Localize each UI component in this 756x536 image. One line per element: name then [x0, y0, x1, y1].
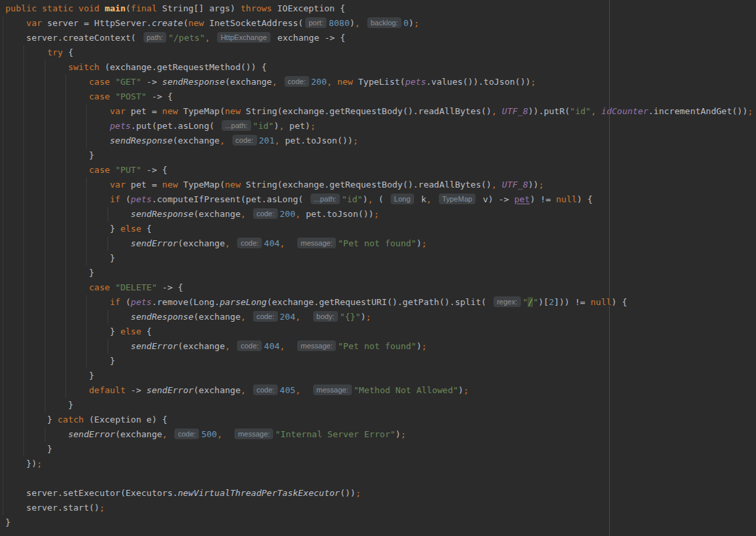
code-token: } [5, 268, 94, 278]
code-token: (exchange [194, 209, 240, 219]
code-line[interactable]: server.start(); [5, 501, 756, 515]
parameter-name-hint: message: [297, 238, 336, 248]
code-token: k [416, 194, 427, 204]
code-line[interactable]: }); [5, 457, 756, 471]
code-token [301, 385, 311, 395]
code-token: , [426, 194, 431, 204]
code-line[interactable]: } [5, 442, 756, 457]
indent-guide [3, 471, 3, 486]
code-token [497, 106, 502, 116]
code-token: , [591, 106, 596, 116]
code-token: ; [748, 106, 753, 116]
indent-guide [23, 60, 24, 75]
code-token: switch [68, 62, 100, 72]
code-line[interactable]: var pet = new TypeMap(new String(exchang… [5, 178, 756, 192]
code-line[interactable]: sendResponse(exchange, code:201, pet.toJ… [5, 133, 756, 148]
code-token: ; [538, 180, 544, 190]
code-line[interactable]: } [5, 266, 756, 280]
code-line[interactable]: try { [5, 45, 756, 60]
indent-guide [23, 383, 24, 398]
code-line[interactable]: sendError(exchange, code:500, message:"I… [5, 427, 756, 442]
code-line[interactable]: var server = HttpServer.create(new InetS… [5, 16, 756, 31]
code-token: , [355, 18, 360, 28]
parameter-name-hint: code: [232, 135, 257, 146]
code-line[interactable]: } catch (Exception e) { [5, 413, 756, 427]
code-line[interactable] [5, 471, 756, 486]
code-token: if [110, 194, 121, 204]
code-token: , [280, 341, 285, 351]
code-line[interactable]: } [5, 148, 756, 163]
code-area[interactable]: public static void main(final String[] a… [5, 1, 756, 530]
code-token [5, 77, 89, 87]
code-editor[interactable]: public static void main(final String[] a… [0, 0, 756, 536]
indent-guide [3, 89, 3, 104]
indent-guide [86, 251, 87, 266]
code-line[interactable]: sendResponse(exchange, code:204, body:"{… [5, 310, 756, 324]
code-token: pets [131, 297, 152, 307]
indent-guide [65, 236, 66, 251]
code-line[interactable]: default -> sendError(exchange, code:405,… [5, 383, 756, 398]
indent-guide [65, 104, 66, 119]
code-line[interactable]: pets.put(pet.asLong( ...path:"id"), pet)… [5, 119, 756, 133]
code-token: )[ [538, 297, 549, 307]
code-token: server.start() [5, 503, 100, 513]
code-line[interactable]: } [5, 368, 756, 383]
code-line[interactable]: if (pets.remove(Long.parseLong(exchange.… [5, 295, 756, 310]
code-line[interactable]: } [5, 354, 756, 368]
code-line[interactable]: sendError(exchange, code:404, message:"P… [5, 236, 756, 251]
code-token [431, 194, 437, 204]
code-line[interactable]: case "DELETE" -> { [5, 280, 756, 295]
indent-guide [3, 104, 3, 119]
code-token: String[] args) [157, 3, 240, 13]
code-token: String(exchange.getRequestBody().readAll… [240, 180, 492, 190]
code-line[interactable]: case "GET" -> sendResponse(exchange, cod… [5, 75, 756, 89]
code-token: v) -> [478, 194, 514, 204]
code-line[interactable]: sendResponse(exchange, code:200, pet.toJ… [5, 207, 756, 222]
code-line[interactable]: case "PUT" -> { [5, 163, 756, 178]
code-token: "id" [342, 194, 363, 204]
code-line[interactable]: } [5, 515, 756, 530]
indent-guide [23, 75, 24, 89]
parameter-name-hint: message: [297, 340, 336, 351]
code-line[interactable]: case "POST" -> { [5, 89, 756, 104]
code-token: IOException { [272, 3, 345, 13]
parameter-type-hint: HttpExchange [217, 32, 270, 43]
code-token: catch [57, 415, 83, 425]
indent-guide [65, 222, 66, 236]
code-token: 201 [259, 136, 274, 146]
parameter-name-hint: ...path: [222, 120, 251, 131]
code-line[interactable]: var pet = new TypeMap(new String(exchang… [5, 104, 756, 119]
code-line[interactable]: public static void main(final String[] a… [5, 1, 756, 16]
code-token: pet = [126, 180, 162, 190]
code-line[interactable]: switch (exchange.getRequestMethod()) { [5, 60, 756, 75]
code-line[interactable]: server.createContext( path:"/pets", Http… [5, 31, 756, 45]
indent-guide [23, 442, 24, 457]
code-token: , [279, 121, 285, 131]
code-token: (exchange [172, 136, 219, 146]
code-token [277, 77, 282, 87]
code-token [222, 429, 233, 439]
indent-guide [23, 148, 24, 163]
indent-guide [23, 368, 24, 383]
code-line[interactable]: sendError(exchange, code:404, message:"P… [5, 339, 756, 354]
code-token: , [274, 136, 280, 146]
code-token: main [105, 3, 126, 13]
code-token [5, 297, 110, 307]
code-line[interactable]: } [5, 398, 756, 413]
code-line[interactable]: if (pets.computeIfPresent(pet.asLong( ..… [5, 192, 756, 207]
indent-guide [86, 339, 87, 354]
code-line[interactable]: server.setExecutor(Executors.newVirtualT… [5, 486, 756, 501]
code-token: new [162, 106, 178, 116]
parameter-name-hint: regex: [494, 296, 521, 307]
indent-guide [3, 266, 3, 280]
indent-guide [23, 236, 24, 251]
code-token: ])) != [554, 297, 590, 307]
indent-guide [45, 192, 45, 207]
code-line[interactable]: } else { [5, 324, 756, 339]
code-line[interactable]: } [5, 251, 756, 266]
code-token: new [225, 180, 240, 190]
code-token [5, 18, 26, 28]
code-token: pet) [285, 121, 311, 131]
code-token: create [152, 18, 183, 28]
code-line[interactable]: } else { [5, 222, 756, 236]
